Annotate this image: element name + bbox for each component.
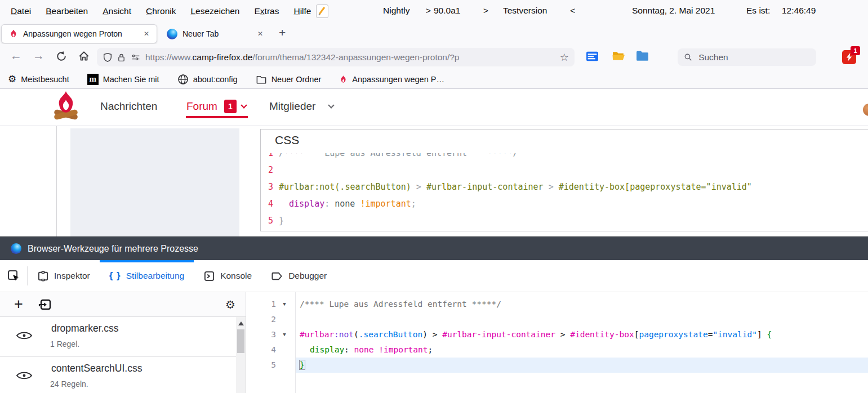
- editor-code-area[interactable]: /**** Lupe aus Adressfeld entfernt *****…: [296, 297, 868, 373]
- folder-button[interactable]: [635, 50, 649, 62]
- campfire-logo-image: [50, 90, 82, 124]
- editor-line-active[interactable]: }: [296, 358, 868, 373]
- console-icon: [203, 270, 215, 282]
- code-token: .searchButton: [359, 330, 423, 339]
- open-folder-button[interactable]: [612, 50, 626, 62]
- chevron-down-icon[interactable]: [241, 102, 247, 108]
- eye-icon: [16, 369, 33, 382]
- menu-label: hronik: [152, 6, 176, 16]
- bookmark-about-config[interactable]: about:config: [177, 74, 238, 85]
- sidebar-scrollbar[interactable]: [236, 317, 246, 393]
- pick-element-button[interactable]: [0, 260, 27, 292]
- scrollbar-thumb[interactable]: [237, 329, 244, 353]
- scroll-up-arrow[interactable]: [238, 321, 244, 325]
- menu-ansicht[interactable]: Ansicht: [95, 6, 139, 16]
- code-token: }: [279, 212, 284, 229]
- fold-arrow-icon[interactable]: ▼: [276, 327, 293, 342]
- tab-title-text: Neuer Tab: [182, 29, 219, 38]
- new-tab-button[interactable]: +: [275, 26, 289, 39]
- menu-bar: Datei Bearbeiten Ansicht Chronik Lesezei…: [0, 0, 868, 23]
- tab-anpassungen-wegen-proton[interactable]: Anpassungen wegen Proton ✕: [1, 24, 157, 43]
- tab-stilbearbeitung[interactable]: { } Stilbearbeitung: [100, 260, 194, 292]
- menu-extras[interactable]: Extras: [247, 6, 287, 16]
- menu-accesskey: A: [103, 6, 108, 16]
- code-token: !important: [360, 199, 411, 209]
- visibility-eye-icon[interactable]: [16, 369, 33, 382]
- search-bar[interactable]: [678, 48, 816, 66]
- code-token: ;: [411, 199, 416, 209]
- bookmark-label: Meistbesucht: [21, 75, 69, 84]
- permissions-icon[interactable]: [130, 52, 141, 62]
- tab-label: Konsole: [220, 271, 252, 281]
- styleeditor-sidebar: + ⚙ dropmarker.css 1 Regel.: [0, 292, 246, 393]
- search-input[interactable]: [697, 52, 810, 63]
- url-text[interactable]: https://www.camp-firefox.de/forum/thema/…: [145, 52, 555, 62]
- bookmark-neuer-ordner[interactable]: Neuer Ordner: [256, 74, 322, 84]
- styleeditor-code-editor[interactable]: 1▼ 2 3▼ 4 5 /**** Lupe aus Adressfeld en…: [247, 292, 868, 393]
- code-token: display: [310, 345, 344, 354]
- bookmark-meistbesucht[interactable]: ⚙Meistbesucht: [8, 73, 69, 85]
- devtools-window: Browser-Werkzeuge für mehrere Prozesse I…: [0, 236, 868, 393]
- page-divider: [56, 126, 57, 236]
- code-token: pageproxystate: [639, 330, 707, 339]
- gutter-row: 1▼: [247, 297, 295, 312]
- devtools-titlebar[interactable]: Browser-Werkzeuge für mehrere Prozesse: [0, 236, 868, 260]
- user-avatar[interactable]: [863, 104, 868, 116]
- tab-close-icon[interactable]: ✕: [141, 28, 152, 39]
- campfire-logo[interactable]: [50, 90, 82, 124]
- tab-debugger[interactable]: Debugger: [261, 260, 336, 292]
- tab-label: Inspektor: [54, 271, 90, 281]
- stylesheet-name: dropmarker.css: [51, 323, 119, 334]
- menu-label: earbeiten: [52, 6, 88, 16]
- stylesheet-item-dropmarker[interactable]: dropmarker.css 1 Regel.: [0, 317, 236, 357]
- sidebar-window-icon: [586, 50, 599, 62]
- menu-datei[interactable]: Datei: [3, 6, 38, 16]
- forum-count-badge: 1: [224, 100, 237, 113]
- nav-mitglieder[interactable]: Mitglieder: [269, 100, 315, 113]
- pick-element-icon: [7, 269, 20, 283]
- menu-accesskey: B: [46, 6, 51, 16]
- visibility-eye-icon[interactable]: [16, 329, 33, 342]
- menu-lesezeichen[interactable]: Lesezeichen: [183, 6, 247, 16]
- code-token: :: [324, 199, 335, 209]
- options-gear-icon[interactable]: ⚙: [225, 298, 235, 311]
- nav-nachrichten[interactable]: Nachrichten: [100, 100, 157, 113]
- stylesheet-item-contentsearchui[interactable]: contentSearchUI.css 24 Regeln.: [0, 357, 236, 393]
- code-token: ;: [428, 345, 433, 354]
- editor-line[interactable]: /**** Lupe aus Adressfeld entfernt *****…: [296, 297, 868, 312]
- lock-icon[interactable]: [117, 52, 126, 62]
- import-stylesheet-button[interactable]: [38, 297, 52, 312]
- bookmark-anpassungen[interactable]: Anpassungen wegen P…: [339, 75, 444, 84]
- tab-neuer-tab[interactable]: Neuer Tab ✕: [162, 24, 270, 43]
- notes-addon-icon[interactable]: [316, 5, 328, 18]
- sidebar-toggle-button[interactable]: [586, 50, 599, 62]
- shield-icon[interactable]: [103, 52, 113, 62]
- gutter-row: 3▼: [247, 327, 295, 342]
- fold-arrow-icon[interactable]: ▼: [276, 297, 293, 312]
- tab-inspektor[interactable]: Inspektor: [28, 260, 100, 292]
- forward-button[interactable]: →: [33, 49, 44, 62]
- back-button[interactable]: ←: [10, 49, 22, 62]
- url-bar[interactable]: https://www.camp-firefox.de/forum/thema/…: [97, 48, 575, 66]
- editor-line[interactable]: [296, 312, 868, 327]
- import-icon: [38, 297, 52, 312]
- status-app-name: Nightly: [383, 6, 409, 16]
- menu-bearbeiten[interactable]: Bearbeiten: [38, 6, 95, 16]
- home-button[interactable]: [78, 50, 90, 62]
- new-stylesheet-button[interactable]: +: [14, 297, 23, 312]
- folder-blue-icon: [635, 50, 649, 62]
- editor-line[interactable]: display: none !important;: [296, 342, 868, 358]
- editor-line[interactable]: #urlbar:not(.searchButton) > #urlbar-inp…: [296, 327, 868, 342]
- tab-konsole[interactable]: Konsole: [194, 260, 261, 292]
- chevron-down-icon[interactable]: [328, 102, 334, 108]
- menu-chronik[interactable]: Chronik: [139, 6, 183, 16]
- tab-close-icon[interactable]: ✕: [255, 28, 266, 39]
- code-token: none: [354, 345, 374, 354]
- editor-gutter: 1▼ 2 3▼ 4 5: [247, 297, 295, 373]
- nav-forum[interactable]: Forum: [186, 100, 217, 113]
- bookmark-star-icon[interactable]: ☆: [560, 51, 569, 64]
- code-token: :not: [334, 330, 354, 339]
- bookmark-machen-sie-mit[interactable]: mMachen Sie mit: [87, 74, 159, 85]
- menu-hilfe[interactable]: Hilfe: [286, 6, 318, 16]
- reload-button[interactable]: [55, 50, 68, 62]
